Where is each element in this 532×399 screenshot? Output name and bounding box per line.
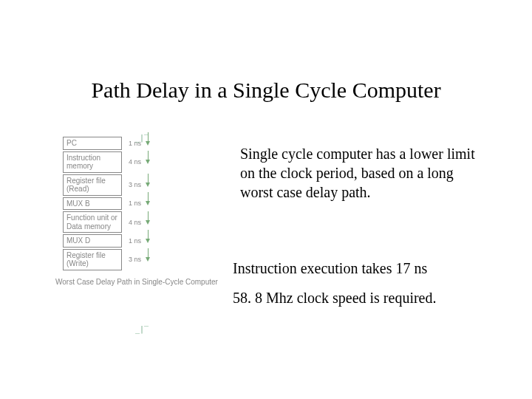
- stage-delay: 3 ns: [122, 181, 143, 188]
- diagram-caption: Worst Case Delay Path in Single-Cycle Co…: [55, 278, 218, 286]
- arrow-down-icon: [146, 183, 150, 187]
- stage-block-regread: Register file (Read): [63, 174, 122, 196]
- stage-block-regwrite: Register file (Write): [63, 249, 122, 270]
- paragraph-exec-time: Instruction execution takes 17 ns: [233, 259, 484, 278]
- stage-delay: 1 ns: [122, 237, 143, 245]
- arrow-down-icon: [146, 239, 150, 243]
- stage-delay: 1 ns: [122, 200, 143, 207]
- arrow-down-icon: [146, 220, 150, 225]
- stage-delay: 4 ns: [122, 219, 143, 226]
- paragraph-intro: Single cycle computer has a lower limit …: [240, 144, 480, 202]
- stage-block-muxd: MUX D: [63, 234, 122, 248]
- stage-delay: 3 ns: [122, 256, 143, 263]
- arrow-down-icon: [146, 160, 150, 164]
- clock-edge-icon: _|‾: [135, 325, 149, 333]
- paragraph-clock-speed: 58. 8 Mhz clock speed is required.: [233, 288, 499, 307]
- delay-path-diagram: _|‾ PC 1 ns Instruction memory 4 ns Regi…: [63, 137, 218, 286]
- stage-block-fu: Function unit or Data memory: [63, 211, 122, 233]
- arrow-down-icon: [146, 257, 150, 262]
- page-title: Path Delay in a Single Cycle Computer: [0, 78, 532, 103]
- stage-block-pc: PC: [63, 137, 122, 150]
- stage-block-imem: Instruction memory: [63, 151, 122, 173]
- stage-delay: 4 ns: [122, 158, 143, 166]
- arrow-down-icon: [146, 201, 150, 205]
- stage-row: Register file (Read) 3 ns: [63, 174, 218, 196]
- stage-row: MUX B 1 ns: [63, 197, 218, 211]
- arrow-down-icon: [146, 141, 150, 146]
- stage-row: Register file (Write) 3 ns: [63, 249, 218, 270]
- stage-row: MUX D 1 ns: [63, 234, 218, 248]
- stage-block-muxb: MUX B: [63, 197, 122, 211]
- stage-row: Function unit or Data memory 4 ns: [63, 211, 218, 233]
- stage-row: Instruction memory 4 ns: [63, 151, 218, 173]
